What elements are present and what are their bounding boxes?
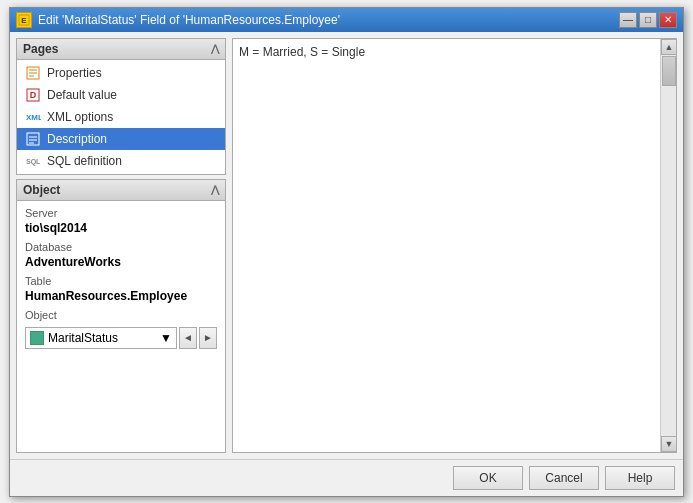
page-item-xml-options[interactable]: XML XML options [17,106,225,128]
svg-text:E: E [21,16,27,25]
cancel-button[interactable]: Cancel [529,466,599,490]
page-xml-options-label: XML options [47,110,113,124]
close-button[interactable]: ✕ [659,12,677,28]
page-item-sql-definition[interactable]: SQL SQL definition [17,150,225,172]
pages-header-label: Pages [23,42,58,56]
page-default-value-label: Default value [47,88,117,102]
main-dialog: E Edit 'MaritalStatus' Field of 'HumanRe… [9,7,684,497]
left-panel: Pages ⋀ Properties [16,38,226,453]
table-label: Table [25,275,217,287]
window-title: Edit 'MaritalStatus' Field of 'HumanReso… [38,13,340,27]
object-content: Server tio\sql2014 Database AdventureWor… [17,201,225,355]
pages-header: Pages ⋀ [17,39,225,60]
help-button[interactable]: Help [605,466,675,490]
title-bar: E Edit 'MaritalStatus' Field of 'HumanRe… [10,8,683,32]
object-collapse-icon[interactable]: ⋀ [211,184,219,195]
server-label: Server [25,207,217,219]
scroll-thumb[interactable] [662,56,676,86]
properties-icon [25,65,41,81]
object-dropdown[interactable]: MaritalStatus ▼ [25,327,177,349]
xml-options-icon: XML [25,109,41,125]
pages-panel: Pages ⋀ Properties [16,38,226,175]
sql-definition-icon: SQL [25,153,41,169]
object-panel: Object ⋀ Server tio\sql2014 Database Adv… [16,179,226,453]
object-header-label: Object [23,183,60,197]
editor-panel: M = Married, S = Single ▲ ▼ [232,38,677,453]
page-description-label: Description [47,132,107,146]
nav-next-button[interactable]: ► [199,327,217,349]
object-dropdown-row: MaritalStatus ▼ ◄ ► [25,327,217,349]
database-label: Database [25,241,217,253]
nav-prev-button[interactable]: ◄ [179,327,197,349]
scroll-up-button[interactable]: ▲ [661,39,677,55]
object-label: Object [25,309,217,321]
title-buttons: — □ ✕ [619,12,677,28]
database-value: AdventureWorks [25,255,217,269]
page-item-description[interactable]: Description [17,128,225,150]
minimize-button[interactable]: — [619,12,637,28]
svg-text:SQL: SQL [26,158,41,166]
dialog-footer: OK Cancel Help [10,459,683,496]
scroll-down-button[interactable]: ▼ [661,436,677,452]
svg-text:D: D [30,90,37,100]
object-header: Object ⋀ [17,180,225,201]
pages-list: Properties D Default value [17,60,225,174]
dropdown-arrow: ▼ [160,331,172,345]
vertical-scrollbar[interactable]: ▲ ▼ [660,39,676,452]
pages-collapse-icon[interactable]: ⋀ [211,43,219,54]
page-item-properties[interactable]: Properties [17,62,225,84]
svg-text:XML: XML [26,113,41,122]
editor-content[interactable]: M = Married, S = Single [233,39,676,452]
maximize-button[interactable]: □ [639,12,657,28]
page-sql-definition-label: SQL definition [47,154,122,168]
dialog-body: Pages ⋀ Properties [10,32,683,459]
ok-button[interactable]: OK [453,466,523,490]
title-bar-left: E Edit 'MaritalStatus' Field of 'HumanRe… [16,12,340,28]
description-icon [25,131,41,147]
table-value: HumanResources.Employee [25,289,217,303]
object-value-text: MaritalStatus [48,331,156,345]
window-icon: E [16,12,32,28]
page-item-default-value[interactable]: D Default value [17,84,225,106]
dropdown-object-icon [30,331,44,345]
page-properties-label: Properties [47,66,102,80]
default-value-icon: D [25,87,41,103]
scroll-track[interactable] [661,55,676,436]
server-value: tio\sql2014 [25,221,217,235]
